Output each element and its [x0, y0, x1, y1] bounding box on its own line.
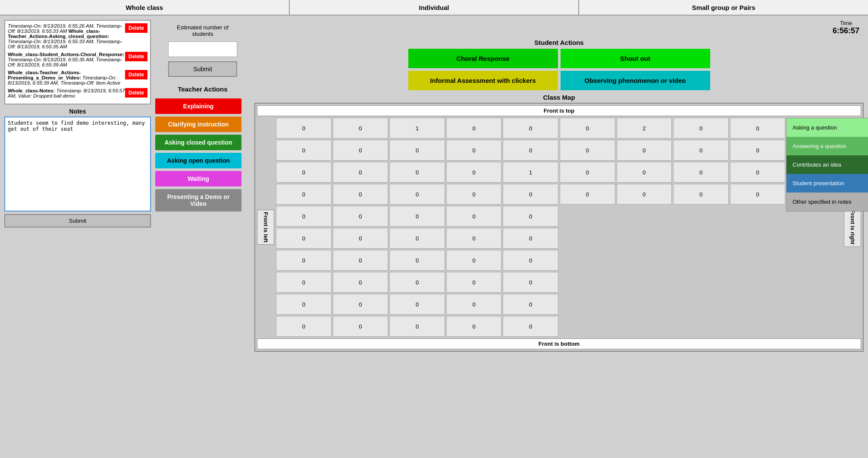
student-action-btn[interactable]: Observing phenomenon or video: [561, 71, 710, 90]
seat-cell[interactable]: [560, 316, 615, 337]
seat-cell[interactable]: [787, 316, 842, 337]
seat-cell[interactable]: 0: [333, 206, 389, 227]
seat-cell[interactable]: 0: [503, 294, 558, 315]
delete-button[interactable]: Delete: [125, 52, 147, 61]
seat-cell[interactable]: [560, 250, 615, 271]
seat-cell[interactable]: 0: [389, 228, 445, 249]
seat-cell[interactable]: [673, 272, 729, 293]
seat-cell[interactable]: [730, 206, 786, 227]
seat-cell[interactable]: 0: [730, 184, 786, 205]
seat-cell[interactable]: [617, 206, 672, 227]
seat-cell[interactable]: 0: [503, 184, 558, 205]
seat-cell[interactable]: 0: [446, 118, 502, 139]
notes-submit-button[interactable]: Submit: [4, 214, 151, 227]
estimated-input[interactable]: [168, 41, 237, 57]
seat-cell[interactable]: [673, 294, 729, 315]
seat-cell[interactable]: [617, 228, 672, 249]
seat-cell[interactable]: 1: [389, 118, 445, 139]
seat-cell[interactable]: [730, 294, 786, 315]
seat-cell[interactable]: 0: [276, 250, 332, 271]
seat-cell[interactable]: 0: [333, 316, 389, 337]
seat-cell[interactable]: 0: [389, 162, 445, 183]
seat-cell[interactable]: 0: [333, 140, 389, 161]
seat-cell[interactable]: [560, 294, 615, 315]
seat-cell[interactable]: 0: [389, 140, 445, 161]
seat-cell[interactable]: [730, 228, 786, 249]
seat-cell[interactable]: 0: [389, 294, 445, 315]
seat-cell[interactable]: 0: [446, 316, 502, 337]
seat-cell[interactable]: 0: [560, 184, 615, 205]
student-action-btn[interactable]: Choral Response: [408, 49, 558, 68]
seat-cell[interactable]: 0: [446, 250, 502, 271]
seat-cell[interactable]: 0: [560, 162, 615, 183]
seat-cell[interactable]: 0: [560, 140, 615, 161]
teacher-action-btn[interactable]: Waiting: [155, 171, 241, 186]
teacher-action-btn[interactable]: Asking closed question: [155, 135, 241, 150]
seat-cell[interactable]: 0: [673, 162, 729, 183]
seat-cell[interactable]: 0: [446, 206, 502, 227]
seat-cell[interactable]: 0: [503, 206, 558, 227]
seat-cell[interactable]: [787, 294, 842, 315]
seat-cell[interactable]: [560, 206, 615, 227]
seat-cell[interactable]: 2: [617, 118, 672, 139]
seat-cell[interactable]: 0: [503, 250, 558, 271]
dropdown-item[interactable]: Contributes an idea: [787, 155, 868, 174]
seat-cell[interactable]: 0: [389, 184, 445, 205]
teacher-action-btn[interactable]: Clarifying instruction: [155, 117, 241, 132]
seat-cell[interactable]: 0: [333, 272, 389, 293]
seat-cell[interactable]: [787, 228, 842, 249]
seat-cell[interactable]: 0: [617, 184, 672, 205]
dropdown-item[interactable]: Student presentation: [787, 174, 868, 193]
seat-cell[interactable]: 0: [503, 228, 558, 249]
dropdown-item[interactable]: Answering a question: [787, 137, 868, 155]
seat-cell[interactable]: 0: [446, 184, 502, 205]
seat-cell[interactable]: [673, 250, 729, 271]
seat-cell[interactable]: [673, 228, 729, 249]
teacher-action-btn[interactable]: Presenting a Demo or Video: [155, 189, 241, 212]
seat-cell[interactable]: 0: [446, 162, 502, 183]
teacher-action-btn[interactable]: Explaining: [155, 98, 241, 114]
seat-cell[interactable]: 0: [446, 140, 502, 161]
seat-cell[interactable]: 0: [333, 184, 389, 205]
seat-cell[interactable]: [617, 316, 672, 337]
seat-cell[interactable]: 0: [673, 184, 729, 205]
seat-cell[interactable]: 0: [673, 140, 729, 161]
seat-cell[interactable]: [560, 272, 615, 293]
student-action-btn[interactable]: Shout out: [561, 49, 710, 68]
seat-cell[interactable]: 0: [617, 140, 672, 161]
seat-cell[interactable]: 1: [503, 162, 558, 183]
seat-cell[interactable]: [673, 206, 729, 227]
delete-button[interactable]: Delete: [125, 88, 147, 98]
seat-cell[interactable]: 0: [276, 206, 332, 227]
seat-cell[interactable]: 0: [673, 118, 729, 139]
dropdown-item[interactable]: Asking a question: [787, 118, 868, 137]
seat-cell[interactable]: 0: [276, 228, 332, 249]
seat-cell[interactable]: [787, 272, 842, 293]
seat-cell[interactable]: 0: [446, 272, 502, 293]
seat-cell[interactable]: 0: [333, 294, 389, 315]
seat-cell[interactable]: [730, 250, 786, 271]
seat-cell[interactable]: [617, 250, 672, 271]
seat-cell[interactable]: 0: [276, 316, 332, 337]
dropdown-item[interactable]: Other specified in notes: [787, 193, 868, 211]
seat-cell[interactable]: [617, 272, 672, 293]
seat-cell[interactable]: 0: [389, 316, 445, 337]
seat-cell[interactable]: 0: [730, 140, 786, 161]
seat-cell[interactable]: [787, 250, 842, 271]
delete-button[interactable]: Delete: [125, 23, 147, 33]
seat-cell[interactable]: 0: [276, 162, 332, 183]
seat-cell[interactable]: 0: [276, 140, 332, 161]
seat-cell[interactable]: 0: [503, 140, 558, 161]
seat-cell[interactable]: 0: [333, 228, 389, 249]
seat-cell[interactable]: 0: [389, 206, 445, 227]
seat-cell[interactable]: 0: [333, 162, 389, 183]
seat-cell[interactable]: [730, 272, 786, 293]
seat-cell[interactable]: 0: [276, 118, 332, 139]
seat-cell[interactable]: 0: [503, 272, 558, 293]
seat-cell[interactable]: [617, 294, 672, 315]
delete-button[interactable]: Delete: [125, 70, 147, 79]
seat-cell[interactable]: [673, 316, 729, 337]
notes-textarea[interactable]: [4, 117, 151, 212]
seat-cell[interactable]: 0: [276, 184, 332, 205]
teacher-action-btn[interactable]: Asking open question: [155, 153, 241, 168]
